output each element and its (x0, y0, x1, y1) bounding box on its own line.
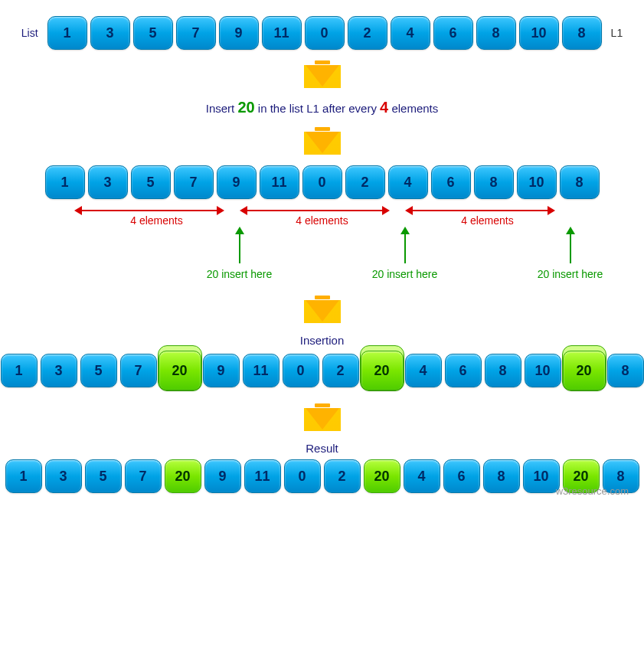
list-cell: 8 (560, 165, 600, 199)
list2-cells: 135791102468108 (44, 165, 601, 199)
list-cell: 10 (523, 459, 560, 493)
list-cell: 5 (133, 16, 173, 50)
list-cell: 9 (203, 354, 240, 387)
caption-post: elements (388, 102, 438, 115)
label-l1: L1 (611, 27, 623, 39)
list-cell: 9 (219, 16, 259, 50)
list-cell: 10 (519, 16, 559, 50)
flow-arrow-4 (11, 403, 633, 431)
result-cells: 135720911022046810208 (4, 459, 641, 493)
flow-arrow-2 (11, 127, 633, 155)
flow-arrow-3 (11, 296, 633, 323)
list-cell: 2 (348, 16, 387, 50)
list-cell: 5 (131, 165, 171, 199)
green-arrow-1 (239, 233, 240, 263)
list-cell: 1 (45, 165, 85, 199)
list-cell: 11 (243, 354, 280, 387)
list-cell: 2 (324, 459, 361, 493)
range-label-2: 4 elements (240, 214, 405, 227)
list-cell: 0 (305, 16, 345, 50)
list-cell: 2 (322, 354, 359, 387)
range-label-3: 4 elements (405, 214, 570, 227)
insertion-cells: 135720911022046810208 (0, 348, 644, 393)
list-cell: 11 (260, 165, 299, 199)
range-arrow-3 (411, 210, 549, 211)
list-cell: 4 (391, 16, 430, 50)
insertion-row: 135720911022046810208 (11, 348, 633, 393)
result-row: 135720911022046810208 (11, 459, 633, 493)
list-cell: 8 (607, 354, 644, 387)
list-cell: 3 (45, 459, 82, 493)
caption-20: 20 (237, 99, 254, 116)
caption-pre: Insert (206, 102, 238, 115)
list-cell-green: 20 (159, 351, 201, 390)
list-cell: 0 (302, 165, 342, 199)
insert-label-1: 20 insert here (207, 268, 273, 280)
range-arrow-1 (80, 210, 218, 211)
list-cell: 8 (474, 165, 514, 199)
list-cell: 5 (80, 354, 117, 387)
caption-insertion: Insertion (11, 334, 633, 347)
list-cell: 3 (90, 16, 130, 50)
list-cell: 5 (85, 459, 122, 493)
list-cell: 7 (120, 354, 157, 387)
list-cell: 3 (41, 354, 77, 387)
list-row-top: List 135791102468108 L1 (11, 16, 633, 50)
list-cell: 4 (388, 165, 428, 199)
list-cell: 8 (562, 16, 602, 50)
list-cell-green: 20 (165, 459, 201, 493)
range-label-1: 4 elements (74, 214, 240, 227)
inserted-cell-stack: 20 (563, 348, 606, 393)
inserted-cell-stack: 20 (361, 348, 404, 393)
range-arrows: 4 elements 4 elements 4 elements (11, 204, 633, 227)
list-cell: 1 (5, 459, 42, 493)
list-cell: 11 (262, 16, 302, 50)
caption-mid1: in the list (255, 102, 307, 115)
list-cell: 7 (125, 459, 162, 493)
caption-4: 4 (380, 99, 388, 116)
label-list: List (21, 27, 38, 39)
insert-arrows: 20 insert here 20 insert here 20 insert … (11, 233, 633, 280)
green-arrow-2 (404, 233, 406, 263)
list-cell: 8 (485, 354, 521, 387)
list-cell: 8 (476, 16, 516, 50)
list-cell: 2 (345, 165, 385, 199)
list-cell: 6 (443, 459, 480, 493)
list-cell: 9 (204, 459, 241, 493)
list-cell-green: 20 (364, 459, 400, 493)
caption-l1: L1 (306, 102, 319, 115)
list-cell: 10 (517, 165, 557, 199)
list-cell: 0 (284, 459, 321, 493)
list-cell: 7 (174, 165, 214, 199)
list-cell: 8 (483, 459, 520, 493)
list-cell: 10 (525, 354, 561, 387)
list-cell-green: 20 (563, 351, 606, 390)
green-arrow-3 (570, 233, 571, 263)
list-cell: 6 (433, 16, 473, 50)
inserted-cell-stack: 20 (159, 348, 201, 393)
list-cell: 3 (88, 165, 128, 199)
list-cell: 1 (47, 16, 87, 50)
list-row-2: 135791102468108 (11, 165, 633, 199)
insert-label-2: 20 insert here (372, 268, 438, 280)
list-cell: 1 (1, 354, 38, 387)
list-cell: 9 (217, 165, 257, 199)
range-arrow-2 (246, 210, 384, 211)
list-cell: 4 (404, 459, 440, 493)
list1-cells: 135791102468108 (46, 16, 603, 50)
list-cell: 11 (244, 459, 281, 493)
caption-mid2: after every (319, 102, 380, 115)
list-cell: 7 (176, 16, 216, 50)
list-cell: 4 (405, 354, 442, 387)
list-cell: 6 (431, 165, 471, 199)
list-cell: 0 (283, 354, 319, 387)
list-cell: 6 (445, 354, 482, 387)
watermark: w3resource.com (556, 485, 629, 497)
list-cell-green: 20 (361, 351, 404, 390)
flow-arrow-1 (11, 60, 633, 88)
caption-result: Result (11, 442, 633, 455)
insert-label-3: 20 insert here (538, 268, 603, 280)
caption-instruction: Insert 20 in the list L1 after every 4 e… (11, 99, 633, 116)
